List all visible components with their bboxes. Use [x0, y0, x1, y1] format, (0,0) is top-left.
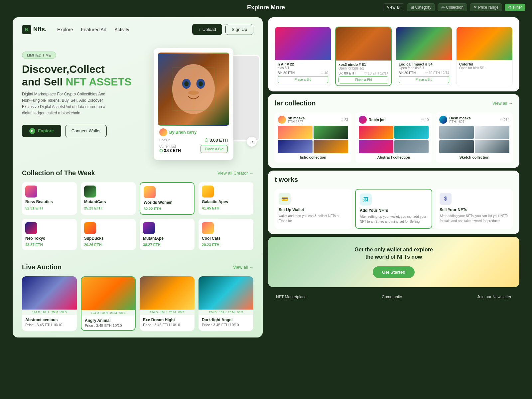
- listic-name: sh masks: [288, 116, 305, 120]
- air-place-bid[interactable]: Place a Bid: [278, 76, 328, 83]
- auction-section: Live Auction View all → 124 D : 10 H : 2…: [13, 257, 263, 337]
- nav-explore[interactable]: Explore: [57, 27, 73, 32]
- abstract-img-1: [359, 126, 393, 139]
- footer-community[interactable]: Community: [382, 295, 402, 299]
- auction-card-abstract[interactable]: 124 D : 10 H : 25 M : 08 S Abstract ceni…: [22, 276, 77, 331]
- footer-newsletter[interactable]: Join our Newsletter: [477, 295, 511, 299]
- popular-abstract[interactable]: Robin jon ♡ 10 Abstract collection: [355, 112, 432, 163]
- sketch-img-2: [475, 126, 509, 139]
- explore-button[interactable]: ▶ Explore: [22, 125, 61, 137]
- cool-cats-eth: 20.23 ETH: [202, 243, 250, 247]
- collection-icon: ◎: [441, 5, 445, 10]
- neo-tokyo-name: Neo Tokyo: [25, 236, 73, 241]
- place-bid-button[interactable]: Place a Bid: [200, 145, 228, 153]
- ends-eth: 3.63 ETH: [209, 138, 228, 143]
- abstract-avatar: [359, 116, 367, 124]
- listic-eth: ETH-1827: [288, 120, 305, 124]
- signup-button[interactable]: Sign Up: [225, 24, 253, 35]
- step-wallet-title: Set Up Wallet: [279, 207, 348, 212]
- nft-card-info: By Brain carry Ends in ⬡ 3.63 ETH Curren…: [158, 126, 229, 156]
- view-all-creator-link[interactable]: View all Creator →: [217, 171, 253, 176]
- nav-featured-art[interactable]: Featured Art: [81, 27, 106, 32]
- explore-label: Explore: [38, 128, 54, 133]
- auction-view-all-link[interactable]: View all →: [233, 265, 253, 270]
- price-range-btn[interactable]: ≋ Price range: [470, 3, 502, 11]
- xox3-sub: Open for bids 1/1: [338, 66, 388, 70]
- worlds-women-eth: 32.22 ETH: [144, 207, 191, 211]
- collection-item-mutantape[interactable]: MutantApe 38.27 ETH: [140, 219, 195, 250]
- popular-title: lar collection: [275, 99, 316, 107]
- step-sell-nfts[interactable]: $ Sell Your NFTs After adding your NFTs,…: [436, 189, 513, 229]
- step-add-nfts[interactable]: 🖼 Add Your NFTs After setting up your wa…: [355, 189, 432, 229]
- mutantcats-eth: 25.23 ETH: [84, 206, 132, 210]
- collection-btn[interactable]: ◎ Collection: [438, 3, 467, 11]
- cta-banner: Get the only wallet and explorethe world…: [268, 237, 519, 287]
- angry-animal-info: Angry Animal Price : 3.45 ETH 10/10: [81, 316, 135, 330]
- listic-hearts: ♡ 23: [340, 118, 348, 122]
- collection-item-mutantcats[interactable]: MutantCats 25.23 ETH: [81, 182, 136, 215]
- logo: N Nfts.: [22, 25, 47, 34]
- card4-img: [457, 27, 512, 60]
- footer-nft-marketplace[interactable]: NFT Marketplace: [276, 295, 307, 299]
- connect-wallet-button[interactable]: Connect Wallet: [65, 125, 107, 137]
- logical-name: Logical Impact # 34: [399, 62, 449, 66]
- sketch-img-3: [439, 140, 474, 153]
- category-btn[interactable]: ⊞ Category: [407, 3, 435, 11]
- popular-grid: sh masks ETH-1827 ♡ 23 listic collection: [275, 112, 513, 163]
- nft-card-4[interactable]: Colorful Open for bids 5/1: [456, 27, 513, 86]
- air-sub: bids 5/1: [278, 66, 328, 70]
- auction-card-exe[interactable]: 124 D : 10 H : 25 M : 08 S Exe Dream Hig…: [140, 276, 195, 331]
- sketch-info: Hash masks ETH-1827: [449, 116, 470, 124]
- abstract-cenious-price: Price : 3.45 ETH 10/10: [25, 323, 73, 327]
- auction-card-angry-animal[interactable]: 124 D : 10 H : 25 M : 08 S Angry Animal …: [81, 276, 136, 331]
- wallet-icon: 💳: [279, 193, 291, 205]
- galactic-apes-avatar: [202, 186, 214, 198]
- mutantape-name: MutantApe: [143, 236, 191, 241]
- supducks-name: SupDucks: [84, 236, 132, 241]
- step-sell-nfts-title: Sell Your NFTs: [440, 207, 509, 212]
- filter-icon: ⚙: [508, 5, 512, 10]
- exe-dream-name: Exe Dream Hight: [143, 318, 191, 322]
- air-name: n Air # 22: [278, 62, 328, 66]
- auction-card-dark-light[interactable]: 124 D : 10 H : 25 M : 08 S Dark-light An…: [199, 276, 253, 331]
- get-started-button[interactable]: Get Started: [373, 266, 415, 278]
- filter-btn[interactable]: ⚙ Filter: [505, 4, 525, 11]
- collection-item-neo-tokyo[interactable]: Neo Tokyo 43.87 ETH: [22, 219, 77, 250]
- card4-info: Colorful Open for bids 5/1: [457, 60, 512, 72]
- collection-item-worlds-women[interactable]: Worlds Women 32.22 ETH: [140, 182, 195, 215]
- abstract-label: Abstract collection: [359, 155, 429, 159]
- mutantcats-avatar: [84, 186, 96, 198]
- mutantape-avatar: [143, 222, 155, 234]
- popular-view-all-link[interactable]: View all →: [492, 101, 513, 106]
- nft-card-logical[interactable]: Logical Impact # 34 Open for bids 5/1 Bi…: [396, 27, 452, 86]
- sketch-img-1: [439, 126, 474, 139]
- collection-item-galactic-apes[interactable]: Galactic Apes 41.45 ETH: [199, 182, 253, 215]
- collection-item-cool-cats[interactable]: Cool Cats 20.23 ETH: [199, 219, 253, 250]
- collection-item-supducks[interactable]: SupDucks 20.26 ETH: [81, 219, 136, 250]
- nav-activity[interactable]: Activity: [115, 27, 129, 32]
- exe-dream-price: Price : 3.45 ETH 10/10: [143, 323, 191, 327]
- next-card-arrow[interactable]: →: [247, 137, 257, 147]
- popular-sketch[interactable]: Hash masks ETH-1827 ♡ 214 Sketch collect…: [436, 112, 513, 163]
- xox3-info: xox3 nindo # 81 Open for bids 1/1 Bid 80…: [336, 61, 391, 85]
- xox3-name: xox3 nindo # 81: [338, 63, 388, 66]
- add-nfts-icon-symbol: 🖼: [363, 197, 368, 202]
- air-img: [275, 27, 331, 60]
- nft-card-xox3[interactable]: xox3 nindo # 81 Open for bids 1/1 Bid 80…: [335, 27, 392, 86]
- popular-listic[interactable]: sh masks ETH-1827 ♡ 23 listic collection: [275, 112, 351, 163]
- nav-actions: ↑ Upload Sign Up: [192, 24, 253, 35]
- view-all-btn[interactable]: View all: [383, 3, 404, 11]
- nft-card[interactable]: By Brain carry Ends in ⬡ 3.63 ETH Curren…: [154, 48, 233, 160]
- hero-title-line1: Discover,Collect: [22, 63, 105, 75]
- auction-grid: 124 D : 10 H : 25 M : 08 S Abstract ceni…: [22, 276, 253, 331]
- logical-place-bid[interactable]: Place a Bid: [399, 76, 449, 83]
- step-set-up-wallet[interactable]: 💳 Set Up Wallet wallet and then you can …: [275, 189, 352, 229]
- collection-item-boss-beauties[interactable]: Boss Beauties 52.31 ETH: [22, 182, 77, 215]
- nft-card-air[interactable]: n Air # 22 bids 5/1 Bid 80 ETH ♡ 40 Plac…: [275, 27, 331, 86]
- upload-button[interactable]: ↑ Upload: [192, 24, 222, 35]
- boss-beauties-name: Boss Beauties: [25, 200, 73, 204]
- xox3-place-bid[interactable]: Place a Bid: [338, 76, 388, 83]
- galactic-apes-name: Galactic Apes: [202, 200, 250, 204]
- current-bid-info: Current bid ⬡ 3.63 ETH: [159, 145, 181, 153]
- navbar: N Nfts. Explore Featured Art Activity ↑ …: [13, 17, 263, 42]
